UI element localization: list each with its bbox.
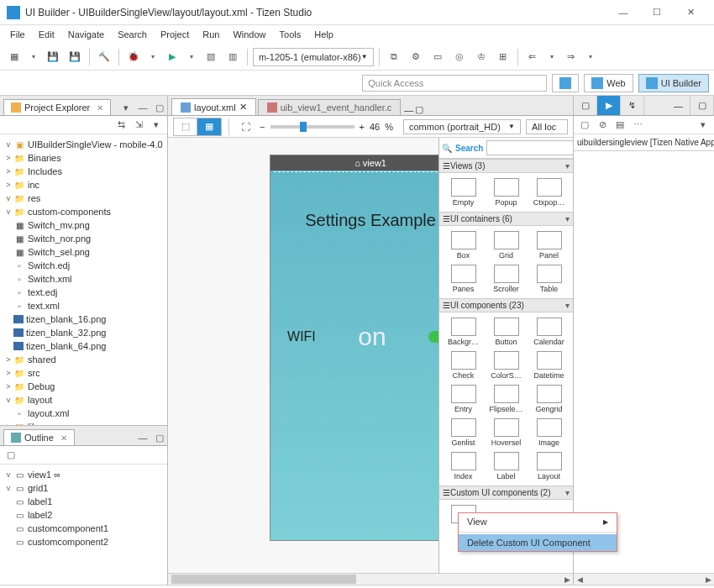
right-tab-3[interactable]: ↯ xyxy=(621,96,644,115)
palette-item[interactable]: Scroller xyxy=(486,263,527,295)
palette-item[interactable]: Table xyxy=(528,263,570,295)
right-tab-2[interactable]: ▶ xyxy=(597,96,621,115)
save-all-button[interactable]: 💾 xyxy=(66,48,84,66)
palette-item[interactable]: Button xyxy=(486,316,527,348)
palette-item[interactable]: Empty xyxy=(443,176,484,208)
tool-f-icon[interactable]: ⊞ xyxy=(494,48,512,66)
save-button[interactable]: 💾 xyxy=(44,48,62,66)
tree-node[interactable]: ▦Switch_nor.png xyxy=(2,232,165,245)
palette-item[interactable]: Calendar xyxy=(528,316,570,348)
tree-node[interactable]: ▫text.edj xyxy=(2,286,165,299)
horizontal-scrollbar[interactable]: ◀ ▶ xyxy=(168,573,573,585)
palette-item[interactable]: Flipsele… xyxy=(486,383,527,415)
palette-item[interactable]: Label xyxy=(486,450,527,482)
menu-run[interactable]: Run xyxy=(196,28,226,41)
nav-fwd-icon[interactable]: ⇒ xyxy=(562,48,580,66)
minimize-icon[interactable]: — xyxy=(135,100,150,115)
link-editor-icon[interactable]: ⇲ xyxy=(131,118,146,133)
scroll-right-icon[interactable]: ▶ xyxy=(561,574,573,585)
r-tool-3[interactable]: ▤ xyxy=(612,118,627,133)
hammer-icon[interactable]: 🔨 xyxy=(95,48,113,66)
r-tool-4[interactable]: ⋯ xyxy=(630,118,645,133)
menu-tools[interactable]: Tools xyxy=(273,28,308,41)
palette-cat-custom[interactable]: ☰ Custom UI components (2)▾ xyxy=(439,486,573,500)
mode-design[interactable]: ⬚ xyxy=(174,118,197,135)
zoom-minus[interactable]: − xyxy=(260,122,265,132)
right-tab-1[interactable]: ▢ xyxy=(574,96,597,115)
window-close[interactable]: ✕ xyxy=(674,1,707,24)
palette-search-input[interactable] xyxy=(486,140,573,155)
new-button[interactable]: ▦ xyxy=(5,48,24,66)
debug-icon[interactable]: 🐞 xyxy=(124,48,143,66)
window-maximize[interactable]: ☐ xyxy=(640,1,674,24)
locale-combo[interactable]: All loc xyxy=(526,119,568,134)
outline-node[interactable]: ▭customcomponent1 xyxy=(2,522,165,535)
collapse-icon[interactable]: ▾ xyxy=(565,301,570,310)
tree-node[interactable]: >📁Includes xyxy=(2,165,165,178)
scroll-left-icon[interactable]: ◀ xyxy=(574,574,585,585)
outline-tree[interactable]: v▭view1 ∞v▭grid1 ▭label1 ▭label2 ▭custom… xyxy=(0,465,167,585)
tree-node[interactable]: ▦Switch_sel.png xyxy=(2,245,165,259)
tree-node[interactable]: ▫layout.xml xyxy=(2,407,165,420)
palette-item[interactable]: Gengrid xyxy=(528,383,570,415)
tree-node[interactable]: ▫Switch.xml xyxy=(2,272,165,286)
close-icon[interactable]: ✕ xyxy=(97,103,103,113)
palette-item[interactable]: Image xyxy=(528,417,570,449)
menu-navigate[interactable]: Navigate xyxy=(61,28,111,41)
close-icon[interactable]: ✕ xyxy=(239,102,247,113)
menu-file[interactable]: File xyxy=(3,28,32,41)
collapse-icon[interactable]: ▾ xyxy=(565,161,570,171)
tree-node[interactable]: ▫Switch.edj xyxy=(2,259,165,272)
palette-item[interactable]: Box xyxy=(443,229,484,261)
nav-back-dd[interactable]: ▾ xyxy=(545,53,559,60)
tool-c-icon[interactable]: ▭ xyxy=(428,48,447,66)
tree-node[interactable]: v📁custom-components xyxy=(2,205,165,218)
maximize-icon[interactable]: ▢ xyxy=(690,96,714,115)
ctx-view[interactable]: View ▶ xyxy=(459,513,617,530)
tool-a-icon[interactable]: ⧉ xyxy=(385,48,403,66)
filter-icon[interactable]: ▾ xyxy=(149,118,164,133)
maximize-icon[interactable]: ▢ xyxy=(152,430,167,445)
tab-project-explorer[interactable]: Project Explorer ✕ xyxy=(3,99,111,115)
design-canvas[interactable]: view1 Settings Example WIFI on 🔍 Search … xyxy=(168,138,573,573)
window-minimize[interactable]: — xyxy=(606,1,640,24)
palette-item[interactable]: Popup xyxy=(486,176,527,208)
fit-icon[interactable]: ⛶ xyxy=(236,118,255,136)
close-icon[interactable]: ✕ xyxy=(60,433,67,443)
tab-outline[interactable]: Outline ✕ xyxy=(3,429,75,445)
outline-node[interactable]: ▭customcomponent2 xyxy=(2,535,165,549)
palette-item[interactable]: Genlist xyxy=(443,417,484,449)
tree-node[interactable]: >📁inc xyxy=(2,178,165,192)
palette-item[interactable]: Index xyxy=(443,450,484,482)
scroll-right-icon[interactable]: ▶ xyxy=(702,574,714,585)
tool-e-icon[interactable]: ♔ xyxy=(472,48,491,66)
maximize-icon[interactable]: ▢ xyxy=(152,100,167,115)
palette-item[interactable]: Check xyxy=(443,349,484,381)
tree-root[interactable]: v▣ UIBuilderSingleView - mobile-4.0 xyxy=(2,138,165,151)
ctx-delete-custom[interactable]: Delete Custom UI Component xyxy=(459,534,617,551)
menu-edit[interactable]: Edit xyxy=(32,28,61,41)
wifi-state-text[interactable]: on xyxy=(316,323,428,351)
tree-node[interactable]: tizen_blank_32.png xyxy=(2,326,165,339)
menu-window[interactable]: Window xyxy=(226,28,272,41)
tree-node[interactable]: v📁layout xyxy=(2,393,165,407)
collapse-all-icon[interactable]: ⇆ xyxy=(113,118,129,133)
editor-tab-layout[interactable]: layout.xml ✕ xyxy=(171,98,256,115)
palette-item[interactable]: Backgr… xyxy=(443,316,484,348)
tree-node[interactable]: tizen_blank_16.png xyxy=(2,312,165,326)
palette-item[interactable]: Layout xyxy=(528,450,570,482)
new-dropdown[interactable]: ▾ xyxy=(27,53,40,60)
nav-back-icon[interactable]: ⇐ xyxy=(523,48,542,66)
tool-2-icon[interactable]: ▥ xyxy=(223,48,242,66)
run-dropdown[interactable]: ▾ xyxy=(185,53,198,60)
tree-node[interactable]: tizen_blank_64.png xyxy=(2,339,165,353)
menu-help[interactable]: Help xyxy=(307,28,340,41)
palette-item[interactable]: ColorS… xyxy=(486,349,527,381)
minimize-icon[interactable]: — xyxy=(404,105,413,115)
outline-node[interactable]: v▭view1 ∞ xyxy=(2,468,165,481)
r-menu-icon[interactable]: ▾ xyxy=(696,118,711,133)
palette-item[interactable]: Grid xyxy=(486,229,527,261)
palette-item[interactable]: Entry xyxy=(443,383,484,415)
palette-item[interactable]: Datetime xyxy=(528,349,570,381)
run-target-combo[interactable]: m-1205-1 (emulator-x86) ▼ xyxy=(253,48,374,66)
